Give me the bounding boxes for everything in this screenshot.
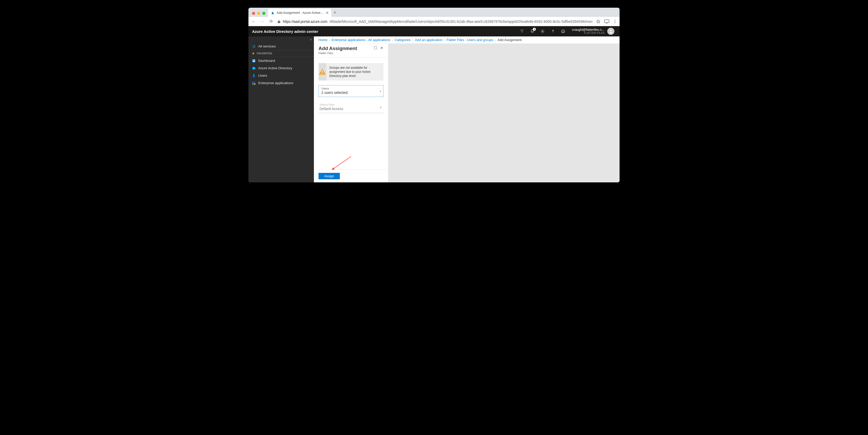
empty-canvas (388, 44, 620, 182)
svg-rect-14 (253, 61, 255, 62)
nav-forward-icon[interactable]: → (260, 19, 265, 24)
svg-point-15 (253, 74, 254, 75)
svg-rect-16 (252, 81, 254, 82)
breadcrumb: Home › Enterprise applications - All app… (314, 36, 620, 44)
address-bar: ← → ⟳ https://aad.portal.azure.com/#blad… (248, 17, 620, 26)
azure-favicon (271, 11, 275, 15)
window-controls (251, 12, 268, 17)
url-path: /#blade/Microsoft_AAD_IAM/ManagedAppMenu… (330, 20, 592, 24)
bc-ent-apps[interactable]: Enterprise applications - All applicatio… (332, 38, 391, 42)
sidebar-item-users[interactable]: Users (248, 72, 314, 79)
warning-banner: Groups are not available for assignment … (318, 63, 383, 81)
sidebar-item-label: Enterprise applications (258, 81, 293, 85)
sidebar: « All services ★ FAVORITES Dashboard (248, 36, 314, 182)
aad-icon (252, 66, 256, 70)
favorites-label: FAVORITES (257, 52, 272, 55)
svg-rect-13 (254, 60, 255, 61)
svg-rect-0 (604, 20, 609, 23)
favorites-header: ★ FAVORITES (248, 50, 314, 57)
svg-rect-18 (252, 83, 254, 85)
svg-point-8 (562, 31, 563, 31)
window-minimize[interactable] (257, 12, 260, 15)
sidebar-item-label: Azure Active Directory (258, 66, 292, 70)
directory-filter-icon[interactable] (517, 26, 527, 36)
warning-icon (318, 63, 326, 81)
svg-point-6 (553, 32, 553, 33)
sidebar-item-aad[interactable]: Azure Active Directory (248, 64, 314, 72)
account-button[interactable]: cvaught@flatterfiles.n… FLATTER FILES (568, 28, 616, 35)
chevron-right-icon: › (444, 38, 445, 42)
azure-top-bar: Azure Active Directory admin center 1 (248, 26, 620, 36)
sidebar-item-all-services[interactable]: All services (248, 42, 314, 50)
users-picker[interactable]: Users 2 users selected. › (318, 85, 383, 97)
browser-tab[interactable]: Add Assignment - Azure Active… ✕ (268, 9, 331, 17)
lock-icon (277, 20, 281, 23)
nav-back-icon[interactable]: ← (251, 19, 256, 24)
sidebar-item-dashboard[interactable]: Dashboard (248, 57, 314, 64)
sidebar-item-label: Users (258, 74, 267, 77)
url-box[interactable]: https://aad.portal.azure.com/#blade/Micr… (277, 20, 592, 24)
add-assignment-blade: Add Assignment Flatter Files ☐ ✕ (314, 44, 388, 182)
blade-title: Add Assignment (318, 46, 357, 51)
apps-icon (252, 81, 256, 85)
chevron-right-icon: › (392, 38, 393, 42)
chevron-right-icon: › (380, 89, 381, 93)
blade-subtitle: Flatter Files (318, 52, 357, 55)
svg-point-7 (562, 30, 565, 33)
tab-close-icon[interactable]: ✕ (326, 11, 329, 15)
svg-point-2 (615, 20, 616, 21)
feedback-icon[interactable] (558, 26, 568, 36)
svg-rect-19 (254, 83, 255, 85)
bc-categories[interactable]: Categories (395, 38, 411, 42)
svg-point-4 (615, 22, 616, 23)
account-org: FLATTER FILES (572, 32, 605, 34)
warning-text: Groups are not available for assignment … (329, 63, 383, 81)
tab-strip: Add Assignment - Azure Active… ✕ + (248, 8, 620, 17)
star-icon: ★ (252, 52, 255, 55)
tab-title: Add Assignment - Azure Active… (277, 11, 323, 14)
svg-rect-21 (322, 73, 323, 74)
nav-reload-icon[interactable]: ⟳ (269, 19, 274, 24)
svg-point-3 (615, 21, 616, 22)
picker-value: Default Access (319, 107, 382, 111)
maximize-icon[interactable]: ☐ (374, 46, 377, 50)
settings-icon[interactable] (537, 26, 548, 36)
role-picker: Select Role Default Access › (318, 102, 383, 113)
chevron-right-icon: › (380, 105, 381, 109)
avatar (607, 28, 614, 35)
window-close[interactable] (252, 12, 255, 15)
svg-point-9 (564, 31, 564, 31)
bc-home[interactable]: Home (318, 38, 328, 42)
dashboard-icon (252, 59, 256, 63)
user-icon (252, 74, 256, 77)
new-tab-button[interactable]: + (331, 10, 339, 17)
svg-point-10 (610, 30, 612, 31)
window-zoom[interactable] (262, 12, 266, 15)
svg-rect-20 (322, 70, 323, 73)
bc-current: Add Assignment (497, 38, 522, 42)
sidebar-item-enterprise-apps[interactable]: Enterprise applications (248, 79, 314, 87)
browser-window: Add Assignment - Azure Active… ✕ + ← → ⟳… (248, 8, 620, 182)
close-icon[interactable]: ✕ (380, 46, 383, 50)
list-icon (252, 45, 256, 48)
chevron-right-icon: › (495, 38, 496, 42)
help-icon[interactable] (548, 26, 558, 36)
chevron-right-icon: › (329, 38, 330, 42)
sidebar-collapse[interactable]: « (248, 36, 314, 42)
svg-point-5 (542, 31, 543, 32)
device-icon[interactable] (604, 20, 609, 24)
assign-button[interactable]: Assign (318, 173, 340, 179)
bc-flatter-files[interactable]: Flatter Files - Users and groups (446, 38, 493, 42)
account-email: cvaught@flatterfiles.n… (572, 28, 605, 32)
browser-menu-icon[interactable] (613, 20, 617, 24)
chevron-right-icon: › (412, 38, 413, 42)
portal-title: Azure Active Directory admin center (252, 29, 318, 34)
star-icon[interactable] (596, 19, 600, 24)
main-area: Home › Enterprise applications - All app… (314, 36, 620, 182)
sidebar-item-label: Dashboard (258, 59, 275, 63)
url-host: https://aad.portal.azure.com (283, 20, 328, 24)
bc-add-app[interactable]: Add an application (415, 38, 442, 42)
svg-rect-17 (254, 81, 255, 82)
notifications-icon[interactable]: 1 (527, 26, 537, 36)
sidebar-item-label: All services (258, 44, 276, 48)
